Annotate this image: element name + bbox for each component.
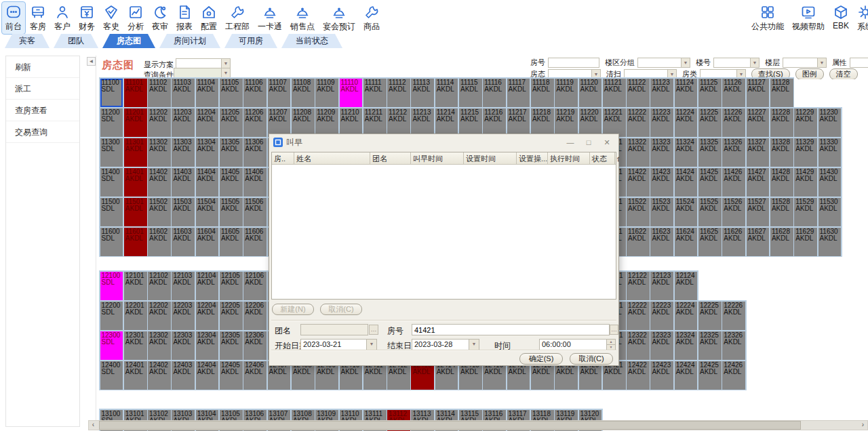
room-cell-11103[interactable]: 11103AKDL [172,79,195,107]
room-cell-11526[interactable]: 11526AKDL [722,198,745,226]
ok-button[interactable]: 确定(S) [519,353,563,365]
wakeup-column-6[interactable]: 执行时间 [548,152,590,164]
group-name-input[interactable] [300,324,368,335]
room-cell-11400[interactable]: 11400SDL [100,168,123,197]
room-cell-11423[interactable]: 11423AKDL [650,168,673,197]
room-cell-11127[interactable]: 11127AKDL [747,79,770,107]
room-cell-11602[interactable]: 11602AKDL [148,228,171,256]
room-cell-11117[interactable]: 11117AKDL [507,79,530,107]
room-cell-11525[interactable]: 11525AKDL [698,198,722,226]
room-cell-11123[interactable]: 11123AKDL [650,79,673,107]
room-cell-12401[interactable]: 12401AKDL [124,361,147,390]
room-cell-11523[interactable]: 11523AKDL [650,198,673,226]
start-date-select[interactable]: 2023-03-21 ▼ [300,339,377,350]
room-cell-11122[interactable]: 11122AKDL [627,79,650,107]
room-cell-11427[interactable]: 11427AKDL [747,168,770,197]
room-cell-11119[interactable]: 11119AKDL [555,79,578,107]
room-cell-11626[interactable]: 11626AKDL [722,228,745,256]
room-cell-11426[interactable]: 11426AKDL [722,168,745,197]
room-cell-11604[interactable]: 11604AKDL [196,228,219,256]
time-down-button[interactable]: ▼ [607,345,615,350]
room-cell-11428[interactable]: 11428AKDL [770,168,793,197]
room-cell-12322[interactable]: 12322AKDL [627,331,650,360]
room-cell-11528[interactable]: 11528AKDL [770,198,793,226]
room-cell-11622[interactable]: 11622AKDL [627,228,650,256]
room-cell-11226[interactable]: 11226AKDL [722,108,745,137]
room-cell-11629[interactable]: 11629AKDL [794,228,817,256]
room-cell-11324[interactable]: 11324AKDL [675,138,698,167]
group-browse-button[interactable]: … [369,325,378,335]
wakeup-column-4[interactable]: 设置时间 [464,152,517,164]
room-cell-11202[interactable]: 11202AKDL [148,108,171,137]
room-cell-12422[interactable]: 12422AKDL [627,361,650,390]
room-cell-12424[interactable]: 12424AKDL [675,361,698,390]
cancel-button[interactable]: 取消(C) [570,353,613,365]
room-cell-11209[interactable]: 11209AKDL [315,108,338,137]
wakeup-column-8[interactable]: 命令类型 [615,152,619,164]
room-browse-button[interactable]: … [610,325,618,335]
room-cell-11224[interactable]: 11224AKDL [675,108,698,137]
room-cell-11401[interactable]: 11401AKDL [124,168,147,197]
room-cell-12403[interactable]: 12403AKDL [172,361,195,390]
room-cell-12223[interactable]: 12223AKDL [650,302,673,330]
room-cell-11327[interactable]: 11327AKDL [747,138,770,167]
new-button[interactable]: 新建(N) [272,304,314,315]
room-cell-12302[interactable]: 12302AKDL [148,331,171,360]
room-cell-11530[interactable]: 11530AKDL [818,198,842,226]
room-cell-11207[interactable]: 11207AKDL [268,108,291,137]
wakeup-column-3[interactable]: 叫早时间 [411,152,464,164]
room-cell-11322[interactable]: 11322AKDL [627,138,650,167]
room-cell-11323[interactable]: 11323AKDL [650,138,673,167]
room-cell-12303[interactable]: 12303AKDL [172,331,195,360]
room-cell-11203[interactable]: 11203AKDL [172,108,195,137]
room-cell-11627[interactable]: 11627AKDL [747,228,770,256]
time-spinner[interactable]: 06:00:00 ▲▼ [539,339,616,350]
wakeup-column-5[interactable]: 设置操... [517,152,548,164]
room-cell-11215[interactable]: 11215AKDL [459,108,482,137]
room-cell-12300[interactable]: 12300SDL [100,331,123,360]
room-cell-11306[interactable]: 11306AKDL [243,138,267,167]
room-cell-11502[interactable]: 11502AKDL [148,198,171,226]
room-cell-11328[interactable]: 11328AKDL [770,138,793,167]
room-cell-11105[interactable]: 11105AKDL [220,79,243,107]
room-cell-11118[interactable]: 11118AKDL [531,79,554,107]
scrollbar-thumb[interactable] [99,421,801,430]
room-cell-11500[interactable]: 11500SDL [100,198,123,226]
room-cell-11206[interactable]: 11206AKDL [243,108,267,137]
room-cell-11225[interactable]: 11225AKDL [698,108,722,137]
room-cell-11429[interactable]: 11429AKDL [794,168,817,197]
room-cell-11403[interactable]: 11403AKDL [172,168,195,197]
room-cell-11205[interactable]: 11205AKDL [220,108,243,137]
room-cell-11110[interactable]: 11110AKDL [340,79,363,107]
end-date-select[interactable]: 2023-03-28 ▼ [412,339,479,350]
room-cell-11208[interactable]: 11208AKDL [292,108,315,137]
room-cell-12100[interactable]: 12100SDL [100,272,123,300]
room-cell-12224[interactable]: 12224AKDL [675,302,698,330]
room-cell-11211[interactable]: 11211AKDL [363,108,387,137]
room-cell-11304[interactable]: 11304AKDL [196,138,219,167]
room-cell-12425[interactable]: 12425AKDL [698,361,722,390]
room-cell-11114[interactable]: 11114AKDL [435,79,458,107]
room-cell-12201[interactable]: 12201AKDL [124,302,147,330]
room-cell-12305[interactable]: 12305AKDL [220,331,243,360]
room-cell-11228[interactable]: 11228AKDL [770,108,793,137]
room-cell-11220[interactable]: 11220AKDL [579,108,602,137]
room-cell-12101[interactable]: 12101AKDL [124,272,147,300]
room-cell-11111[interactable]: 11111AKDL [363,79,387,107]
dropdown-arrow-icon[interactable]: ▼ [366,340,376,350]
room-cell-12326[interactable]: 12326AKDL [722,331,745,360]
room-cell-12324[interactable]: 12324AKDL [675,331,698,360]
room-cell-11113[interactable]: 11113AKDL [411,79,434,107]
maximize-button[interactable]: □ [581,138,596,146]
room-cell-11605[interactable]: 11605AKDL [220,228,243,256]
room-cell-11505[interactable]: 11505AKDL [220,198,243,226]
room-number-input[interactable] [412,324,610,335]
room-cell-11501[interactable]: 11501AKDL [124,198,147,226]
room-cell-12103[interactable]: 12103AKDL [172,272,195,300]
room-cell-12204[interactable]: 12204AKDL [196,302,219,330]
room-cell-11217[interactable]: 11217AKDL [507,108,530,137]
room-cell-11326[interactable]: 11326AKDL [722,138,745,167]
room-cell-12122[interactable]: 12122AKDL [627,272,650,300]
room-cell-11101[interactable]: 11101AKDL [124,79,147,107]
scroll-left-icon[interactable]: ‹ [89,421,98,430]
